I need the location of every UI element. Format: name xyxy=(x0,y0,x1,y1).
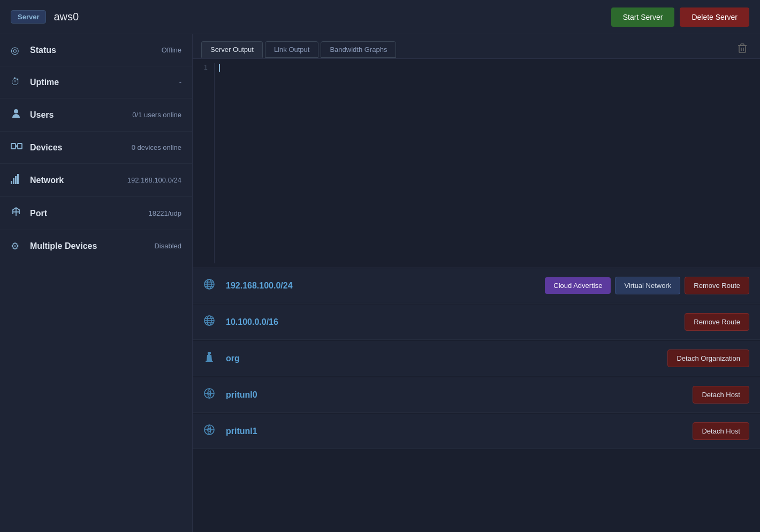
route-2-actions: Remove Route xyxy=(685,313,749,331)
host-row-1: pritunl0 Detach Host xyxy=(193,377,760,413)
network-value: 192.168.100.0/24 xyxy=(127,176,181,184)
remove-route-button-1[interactable]: Remove Route xyxy=(685,277,749,294)
port-value: 18221/udp xyxy=(149,209,181,217)
multiple-devices-label: Multiple Devices xyxy=(30,241,154,251)
host-name-1[interactable]: pritunl0 xyxy=(226,390,693,400)
org-name[interactable]: org xyxy=(226,354,667,363)
routes-section: 192.168.100.0/24 Cloud Advertise Virtual… xyxy=(193,268,760,532)
port-icon xyxy=(11,207,24,220)
svg-rect-26 xyxy=(208,354,210,355)
start-server-button[interactable]: Start Server xyxy=(611,7,675,27)
remove-route-button-2[interactable]: Remove Route xyxy=(685,313,749,331)
sidebar-item-port: Port 18221/udp xyxy=(0,197,192,230)
svg-rect-7 xyxy=(13,178,14,184)
users-icon xyxy=(11,108,24,121)
svg-rect-2 xyxy=(18,143,22,149)
route-address-1[interactable]: 192.168.100.0/24 xyxy=(226,281,545,291)
network-label: Network xyxy=(30,176,127,185)
host-icon-2 xyxy=(203,424,218,438)
host-icon-1 xyxy=(203,387,218,402)
network-icon xyxy=(11,173,24,187)
svg-rect-12 xyxy=(739,45,746,52)
detach-org-button[interactable]: Detach Organization xyxy=(667,349,749,367)
org-actions: Detach Organization xyxy=(667,349,749,367)
globe-icon-2 xyxy=(203,315,218,329)
tab-server-output[interactable]: Server Output xyxy=(201,41,263,58)
virtual-network-button-1[interactable]: Virtual Network xyxy=(615,277,680,294)
host-row-2: pritunl1 Detach Host xyxy=(193,414,760,449)
devices-value: 0 devices online xyxy=(132,143,181,151)
tab-bandwidth-graphs[interactable]: Bandwidth Graphs xyxy=(321,41,396,58)
route-address-2[interactable]: 10.100.0.0/16 xyxy=(226,317,685,327)
editor-content[interactable] xyxy=(214,63,760,263)
clear-output-icon[interactable] xyxy=(733,41,751,58)
status-icon: ◎ xyxy=(11,44,24,56)
host-2-actions: Detach Host xyxy=(693,422,749,440)
detach-host-button-2[interactable]: Detach Host xyxy=(693,422,749,440)
sidebar: ◎ Status Offline ⏱ Uptime - Users 0/1 us… xyxy=(0,34,193,532)
port-label: Port xyxy=(30,209,149,218)
tab-link-output[interactable]: Link Output xyxy=(265,41,319,58)
org-row: org Detach Organization xyxy=(193,341,760,376)
svg-rect-25 xyxy=(208,352,211,354)
users-label: Users xyxy=(30,110,132,120)
output-section: Server Output Link Output Bandwidth Grap… xyxy=(193,34,760,268)
uptime-value: - xyxy=(179,78,181,86)
globe-icon-1 xyxy=(203,278,218,293)
sidebar-item-multiple-devices: ⚙ Multiple Devices Disabled xyxy=(0,230,192,262)
sidebar-item-users: Users 0/1 users online xyxy=(0,98,192,132)
tab-bar: Server Output Link Output Bandwidth Grap… xyxy=(193,34,760,59)
text-cursor xyxy=(219,64,220,72)
delete-server-button[interactable]: Delete Server xyxy=(680,7,749,27)
users-value: 0/1 users online xyxy=(132,111,181,119)
svg-point-0 xyxy=(14,109,18,113)
server-name: aws0 xyxy=(54,11,611,23)
org-chess-icon xyxy=(203,351,218,366)
output-editor: 1 xyxy=(193,59,760,268)
route-row-2: 10.100.0.0/16 Remove Route xyxy=(193,305,760,340)
server-badge: Server xyxy=(11,10,46,24)
uptime-label: Uptime xyxy=(30,78,179,87)
devices-label: Devices xyxy=(30,143,132,153)
route-row-1: 192.168.100.0/24 Cloud Advertise Virtual… xyxy=(193,268,760,303)
host-name-2[interactable]: pritunl1 xyxy=(226,427,693,436)
sidebar-item-devices: Devices 0 devices online xyxy=(0,132,192,164)
devices-icon xyxy=(11,141,24,154)
line-numbers: 1 xyxy=(193,63,214,263)
main-layout: ◎ Status Offline ⏱ Uptime - Users 0/1 us… xyxy=(0,34,760,532)
svg-rect-6 xyxy=(11,181,12,184)
host-1-actions: Detach Host xyxy=(693,386,749,404)
svg-rect-27 xyxy=(206,361,213,362)
right-panel: Server Output Link Output Bandwidth Grap… xyxy=(193,34,760,532)
svg-rect-9 xyxy=(17,174,19,184)
sidebar-item-status: ◎ Status Offline xyxy=(0,34,192,66)
detach-host-button-1[interactable]: Detach Host xyxy=(693,386,749,404)
multiple-devices-icon: ⚙ xyxy=(11,240,24,252)
top-header: Server aws0 Start Server Delete Server xyxy=(0,0,760,34)
sidebar-item-uptime: ⏱ Uptime - xyxy=(0,66,192,98)
cloud-advertise-button-1[interactable]: Cloud Advertise xyxy=(545,277,611,294)
svg-rect-1 xyxy=(11,143,16,149)
sidebar-item-network: Network 192.168.100.0/24 xyxy=(0,164,192,197)
route-1-actions: Cloud Advertise Virtual Network Remove R… xyxy=(545,277,749,294)
svg-rect-8 xyxy=(15,176,17,184)
multiple-devices-value: Disabled xyxy=(154,242,181,250)
status-label: Status xyxy=(30,45,162,55)
uptime-icon: ⏱ xyxy=(11,77,24,88)
status-value: Offline xyxy=(162,46,181,54)
